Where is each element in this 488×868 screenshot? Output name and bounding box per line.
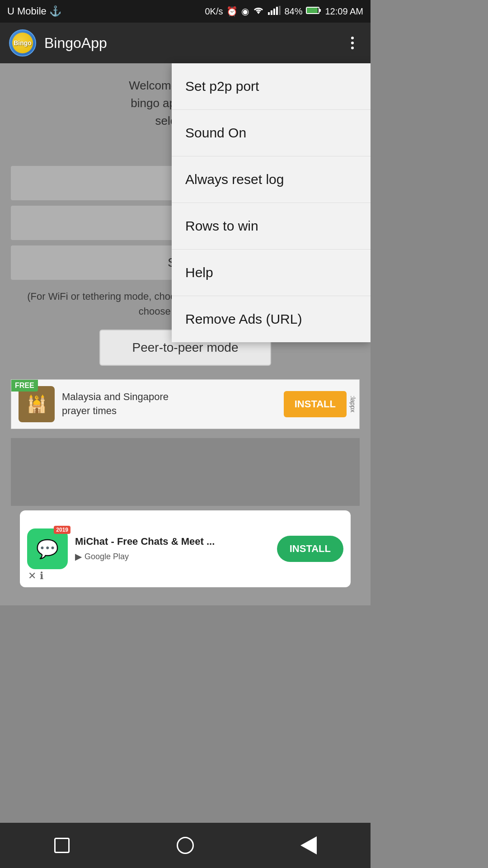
back-icon — [300, 836, 317, 854]
status-bar: U Mobile ⚓ 0K/s ⏰ ◉ 84% — [0, 0, 371, 23]
ad2-info-icon[interactable]: ℹ — [40, 570, 43, 582]
spacer — [11, 438, 360, 506]
status-bar-left: U Mobile ⚓ — [7, 5, 61, 17]
battery-icon — [306, 6, 321, 17]
ad1-install-button[interactable]: INSTALL — [284, 391, 347, 417]
ad-banner-1: FREE 🕌 Malaysia and Singapore prayer tim… — [11, 379, 360, 429]
svg-rect-6 — [319, 9, 321, 12]
ad1-brand: :lappx — [349, 396, 357, 412]
alarm-icon: ⏰ — [226, 6, 238, 17]
ad2-year-badge: 2019 — [54, 526, 70, 534]
ad2-close-icon[interactable]: ✕ — [28, 570, 36, 582]
nav-home-button[interactable] — [172, 832, 199, 859]
nav-recents-button[interactable] — [48, 832, 75, 859]
app-logo-inner: Bingo — [12, 33, 33, 53]
svg-rect-7 — [307, 8, 318, 13]
status-bar-right: 0K/s ⏰ ◉ 84% — [205, 6, 363, 17]
carrier-name: U Mobile — [7, 5, 47, 17]
ad-banner-2: 💬 2019 MiChat - Free Chats & Meet ... ▶ … — [20, 510, 351, 587]
menu-item-help[interactable]: Help — [172, 250, 371, 296]
app-logo: Bingo — [9, 29, 36, 57]
menu-item-rows-to-win[interactable]: Rows to win — [172, 203, 371, 250]
svg-rect-2 — [273, 9, 275, 15]
ad1-icon: 🕌 — [19, 386, 55, 422]
overflow-menu-button[interactable] — [343, 37, 361, 49]
signal-bars — [268, 6, 281, 17]
app-bar: Bingo BingoApp — [0, 23, 371, 63]
wifi-icon — [253, 6, 264, 17]
main-content: Welcome to this mu...bingo app please e.… — [0, 63, 371, 605]
menu-item-sound-on[interactable]: Sound On — [172, 110, 371, 156]
usb-icon: ⚓ — [49, 5, 61, 17]
ad2-text: MiChat - Free Chats & Meet ... ▶ Google … — [75, 536, 277, 562]
free-badge: FREE — [11, 380, 38, 392]
svg-rect-0 — [268, 12, 270, 15]
ad2-icon: 💬 2019 — [27, 528, 68, 569]
ad2-store: ▶ Google Play — [75, 551, 277, 562]
svg-rect-4 — [279, 6, 281, 15]
recents-icon — [54, 838, 70, 853]
menu-item-remove-ads[interactable]: Remove Ads (URL) — [172, 296, 371, 342]
svg-rect-1 — [271, 10, 272, 15]
menu-item-always-reset-log[interactable]: Always reset log — [172, 156, 371, 203]
nav-back-button[interactable] — [295, 832, 322, 859]
svg-rect-3 — [276, 7, 278, 15]
ad1-text: Malaysia and Singapore prayer times — [62, 390, 284, 418]
network-speed: 0K/s — [205, 6, 223, 17]
app-title: BingoApp — [44, 35, 335, 52]
ad2-install-button[interactable]: INSTALL — [277, 536, 343, 562]
eye-icon: ◉ — [241, 6, 249, 17]
menu-item-set-p2p-port[interactable]: Set p2p port — [172, 63, 371, 110]
nav-bar — [0, 823, 371, 868]
battery-percent: 84% — [284, 6, 302, 17]
ad2-title: MiChat - Free Chats & Meet ... — [75, 536, 277, 547]
time: 12:09 AM — [325, 6, 363, 17]
dropdown-menu: Set p2p port Sound On Always reset log R… — [172, 63, 371, 342]
google-play-icon: ▶ — [75, 551, 82, 562]
home-icon — [177, 837, 194, 854]
